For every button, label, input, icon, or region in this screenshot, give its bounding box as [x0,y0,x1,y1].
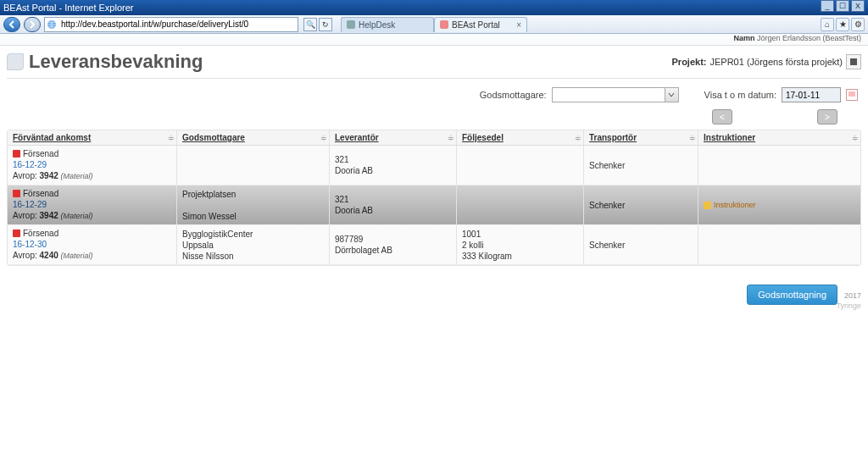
favicon-icon [347,20,355,29]
calendar-icon[interactable] [846,89,858,101]
pager: < > [7,108,861,130]
filter-bar: Godsmottagare: Visa t o m datum: [7,79,861,108]
browser-toolbar: 🔍 ↻ HelpDesk BEAst Portal × ⌂ ★ ⚙ [0,15,868,34]
browser-tabs: HelpDesk BEAst Portal × [341,17,527,32]
page-title: Leveransbevakning [29,51,203,73]
col-recipient[interactable]: Godsmottagare≑ [177,130,330,145]
forward-button[interactable] [24,17,41,32]
tab-label: BEAst Portal [452,18,500,32]
user-name-value: Jörgen Erlandsson (BeastTest) [757,34,861,42]
url-actions: 🔍 ↻ [303,18,332,31]
status-square-icon [13,190,20,197]
build-brand: Tyringe [836,301,861,311]
table-row[interactable]: Försenad 16-12-29 Avrop: 3942 (Material)… [8,185,860,225]
tab-close-icon[interactable]: × [516,18,521,32]
refresh-button[interactable]: ↻ [319,18,332,31]
favorites-button[interactable]: ★ [836,18,849,31]
window-titlebar: BEAst Portal - Internet Explorer _ ☐ X [0,0,868,15]
filter-recipient: Godsmottagare: [480,87,679,102]
table-row[interactable]: Försenad 16-12-30 Avrop: 4240 (Material)… [8,225,860,265]
date-filter-label: Visa t o m datum: [704,90,776,100]
build-year: 2017 [836,290,861,301]
pager-prev-button[interactable]: < [712,109,732,124]
project-indicator: Projekt: JEPR01 (Jörgens första projekt) [672,54,861,69]
table-row[interactable]: Försenad 16-12-29 Avrop: 3942 (Material)… [8,146,860,185]
status-square-icon [13,229,20,237]
url-input[interactable] [59,19,296,30]
filter-date: Visa t o m datum: [704,87,858,102]
col-supplier[interactable]: Leverantör≑ [330,130,457,145]
sort-icon: ≑ [448,134,454,142]
tab-helpdesk[interactable]: HelpDesk [341,17,434,32]
sort-icon: ≑ [575,134,581,142]
search-url-button[interactable]: 🔍 [303,18,317,31]
col-instructions[interactable]: Instruktioner≑ [698,130,860,145]
table-header: Förväntad ankomst≑ Godsmottagare≑ Levera… [8,130,860,146]
col-expected-arrival[interactable]: Förväntad ankomst≑ [8,130,177,145]
avrop-info: Avrop: 3942 (Material) [13,170,93,182]
window-maximize-button[interactable]: ☐ [836,0,849,12]
user-name-label: Namn [733,34,754,42]
toolbar-right: ⌂ ★ ⚙ [821,18,865,31]
tools-button[interactable]: ⚙ [851,18,865,31]
favicon-icon [440,20,448,29]
tab-label: HelpDesk [359,18,395,32]
project-edit-button[interactable] [846,54,861,69]
window-minimize-button[interactable]: _ [821,0,834,12]
sort-icon: ≑ [852,134,859,142]
recipient-select[interactable] [552,87,679,102]
recipient-filter-label: Godsmottagare: [480,90,547,100]
status-badge: Försenad [13,228,58,239]
date-filter-input[interactable] [782,87,841,102]
status-badge: Försenad [13,188,58,199]
godsmottagning-button[interactable]: Godsmottagning [747,285,837,305]
window-buttons: _ ☐ X [821,0,865,15]
page-header: Leveransbevakning Projekt: JEPR01 (Jörge… [7,47,861,79]
back-button[interactable] [3,17,20,32]
home-button[interactable]: ⌂ [821,18,834,31]
sort-icon: ≑ [168,134,175,142]
tab-beast-portal[interactable]: BEAst Portal × [434,17,527,32]
avrop-info: Avrop: 4240 (Material) [13,250,93,262]
arrow-left-icon [8,20,16,29]
avrop-info: Avrop: 3942 (Material) [13,210,93,222]
footer-actions: Godsmottagning [7,266,861,305]
delivery-table: Förväntad ankomst≑ Godsmottagare≑ Levera… [7,130,861,266]
window-close-button[interactable]: X [851,0,865,12]
project-label: Projekt: [672,57,707,67]
build-info: 2017 Tyringe [836,290,861,311]
arrow-right-icon [28,20,36,29]
pager-next-button[interactable]: > [817,109,837,124]
expected-date-link[interactable]: 16-12-29 [13,199,47,210]
sort-icon: ≑ [689,134,696,142]
app-logo-icon [7,53,24,70]
instructions-link[interactable]: Instruktioner [704,200,756,211]
status-badge: Försenad [13,148,58,159]
expected-date-link[interactable]: 16-12-30 [13,239,47,250]
address-bar[interactable] [44,17,298,32]
col-delivery-note[interactable]: Följesedel≑ [457,130,584,145]
col-carrier[interactable]: Transportör≑ [584,130,698,145]
window-title: BEAst Portal - Internet Explorer [3,0,133,15]
page-body: Leveransbevakning Projekt: JEPR01 (Jörge… [0,46,868,307]
status-square-icon [704,202,711,209]
chevron-down-icon [665,88,678,102]
square-icon [850,58,857,65]
expected-date-link[interactable]: 16-12-29 [13,159,47,170]
globe-icon [47,19,57,30]
sort-icon: ≑ [320,134,327,142]
user-strip: Namn Jörgen Erlandsson (BeastTest) [0,34,868,46]
status-square-icon [13,150,20,158]
project-value: JEPR01 (Jörgens första projekt) [709,57,843,67]
